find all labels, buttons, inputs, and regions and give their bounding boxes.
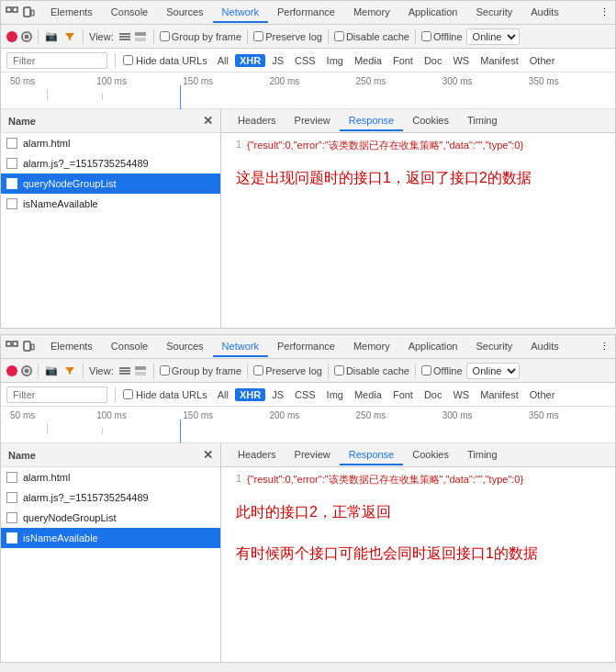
tab2-elements[interactable]: Elements [41, 337, 102, 357]
disable-cache-label-2[interactable]: Disable cache [334, 365, 409, 376]
list-view-icon[interactable] [118, 29, 132, 44]
camera-icon[interactable]: 📷 [44, 29, 59, 44]
detail2-tab-timing[interactable]: Timing [458, 445, 507, 465]
detail2-tab-cookies[interactable]: Cookies [403, 445, 458, 465]
offline-checkbox-2[interactable] [421, 365, 431, 375]
tab-audits[interactable]: Audits [521, 3, 568, 23]
type-ws[interactable]: WS [448, 54, 474, 67]
preserve-log-label[interactable]: Preserve log [253, 31, 322, 42]
detail2-tab-headers[interactable]: Headers [229, 445, 286, 465]
tab2-memory[interactable]: Memory [344, 337, 399, 357]
tab2-security[interactable]: Security [466, 337, 521, 357]
type2-xhr[interactable]: XHR [235, 388, 265, 401]
tab2-application[interactable]: Application [399, 337, 467, 357]
tab-application[interactable]: Application [399, 3, 467, 23]
list2-item-alarm-js[interactable]: alarm.js?_=1515735254489 [1, 487, 220, 508]
inspect-icon[interactable] [5, 6, 19, 20]
type-js[interactable]: JS [267, 54, 288, 67]
list2-item-alarm-html[interactable]: alarm.html [1, 467, 220, 487]
list-item-alarm-html[interactable]: alarm.html [1, 133, 220, 153]
device-icon[interactable] [21, 6, 36, 20]
tab-performance[interactable]: Performance [268, 3, 344, 23]
stop-button[interactable] [21, 31, 32, 42]
detail-tab-preview[interactable]: Preview [286, 111, 340, 131]
more-icon-2[interactable]: ⋮ [597, 340, 611, 354]
list-item-isname[interactable]: isNameAvailable [1, 194, 220, 214]
list-view-icon-2[interactable] [118, 364, 132, 378]
large-view-icon-2[interactable] [133, 364, 148, 378]
type-other[interactable]: Other [525, 54, 560, 67]
type2-js[interactable]: JS [267, 388, 288, 401]
filter-icon[interactable] [62, 29, 77, 44]
type2-font[interactable]: Font [388, 388, 418, 401]
tab-elements[interactable]: Elements [41, 3, 102, 23]
offline-label-2[interactable]: Offline [421, 365, 463, 376]
type-manifest[interactable]: Manifest [476, 54, 523, 67]
disable-cache-checkbox-2[interactable] [334, 365, 344, 375]
type-media[interactable]: Media [350, 54, 386, 67]
record-button-2[interactable] [6, 365, 17, 376]
hide-data-urls-checkbox[interactable] [123, 55, 133, 65]
group-by-frame-label[interactable]: Group by frame [160, 31, 241, 42]
preserve-log-checkbox[interactable] [253, 31, 263, 41]
type2-img[interactable]: Img [322, 388, 348, 401]
type2-media[interactable]: Media [350, 388, 386, 401]
detail2-tab-preview[interactable]: Preview [286, 445, 340, 465]
throttle-select[interactable]: Online [466, 28, 520, 45]
filter-input-2[interactable] [6, 386, 107, 403]
group-by-frame-label-2[interactable]: Group by frame [160, 365, 241, 376]
filter-input-1[interactable] [6, 52, 107, 69]
type-font[interactable]: Font [388, 54, 418, 67]
tab-memory[interactable]: Memory [344, 3, 399, 23]
offline-checkbox[interactable] [421, 31, 431, 41]
close-panel-btn-2[interactable]: ✕ [203, 449, 213, 461]
type2-doc[interactable]: Doc [420, 388, 447, 401]
hide-data-urls-label[interactable]: Hide data URLs [123, 55, 207, 66]
offline-label[interactable]: Offline [421, 31, 463, 42]
detail-tab-cookies[interactable]: Cookies [403, 111, 458, 131]
large-view-icon[interactable] [133, 29, 148, 44]
list-item-query-node[interactable]: queryNodeGroupList [1, 174, 220, 194]
device-icon-2[interactable] [21, 340, 36, 354]
detail-tab-response[interactable]: Response [340, 111, 404, 131]
list-item-alarm-js[interactable]: alarm.js?_=1515735254489 [1, 153, 220, 174]
tab2-sources[interactable]: Sources [157, 337, 212, 357]
hide-data-urls-checkbox-2[interactable] [123, 389, 133, 399]
type2-css[interactable]: CSS [290, 388, 320, 401]
hide-data-urls-label-2[interactable]: Hide data URLs [123, 389, 207, 400]
type2-manifest[interactable]: Manifest [476, 388, 523, 401]
preserve-log-checkbox-2[interactable] [253, 365, 263, 375]
tab2-network[interactable]: Network [213, 337, 268, 357]
more-icon[interactable]: ⋮ [597, 6, 611, 20]
list2-item-query-node[interactable]: queryNodeGroupList [1, 508, 220, 528]
close-panel-btn-1[interactable]: ✕ [203, 115, 213, 127]
disable-cache-checkbox[interactable] [334, 31, 344, 41]
detail-tab-headers[interactable]: Headers [229, 111, 286, 131]
list2-item-isname[interactable]: isNameAvailable [1, 528, 220, 548]
record-button[interactable] [6, 31, 17, 42]
type-css[interactable]: CSS [290, 54, 320, 67]
tab2-console[interactable]: Console [102, 337, 157, 357]
type-xhr[interactable]: XHR [235, 54, 265, 67]
type2-all[interactable]: All [213, 388, 233, 401]
detail2-tab-response[interactable]: Response [340, 445, 404, 465]
type2-other[interactable]: Other [525, 388, 560, 401]
preserve-log-label-2[interactable]: Preserve log [253, 365, 322, 376]
group-by-frame-checkbox-2[interactable] [160, 365, 170, 375]
disable-cache-label[interactable]: Disable cache [334, 31, 409, 42]
tab2-audits[interactable]: Audits [521, 337, 568, 357]
tab2-performance[interactable]: Performance [268, 337, 344, 357]
filter-icon-2[interactable] [62, 364, 77, 378]
detail-tab-timing[interactable]: Timing [458, 111, 507, 131]
stop-button-2[interactable] [21, 365, 32, 376]
group-by-frame-checkbox[interactable] [160, 31, 170, 41]
tab-console[interactable]: Console [102, 3, 157, 23]
type-doc[interactable]: Doc [420, 54, 447, 67]
tab-network[interactable]: Network [213, 3, 268, 23]
inspect-icon-2[interactable] [5, 340, 19, 354]
camera-icon-2[interactable]: 📷 [44, 364, 59, 378]
tab-security[interactable]: Security [466, 3, 521, 23]
type-img[interactable]: Img [322, 54, 348, 67]
tab-sources[interactable]: Sources [157, 3, 212, 23]
type2-ws[interactable]: WS [448, 388, 474, 401]
